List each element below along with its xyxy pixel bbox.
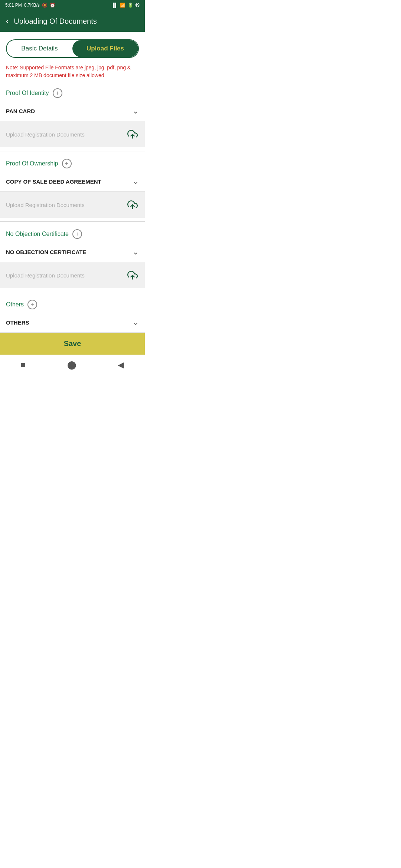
dropdown-others[interactable]: OTHERS ⌄ (0, 312, 145, 333)
section-label-noc: No Objection Certificate (6, 231, 69, 237)
nav-triangle-icon[interactable]: ◀ (118, 360, 124, 370)
page-title: Uploading Of Documents (14, 17, 97, 26)
dropdown-others-label: OTHERS (6, 319, 29, 326)
save-bar: Save (0, 333, 145, 355)
status-speed: 0.7KB/s (24, 3, 40, 8)
dropdown-sale-deed-label: COPY OF SALE DEED AGREEMENT (6, 178, 101, 185)
upload-icon-ownership[interactable] (126, 198, 139, 211)
upload-placeholder-identity: Upload Registration Documents (6, 131, 85, 138)
dropdown-sale-deed[interactable]: COPY OF SALE DEED AGREEMENT ⌄ (0, 171, 145, 192)
nav-circle-icon[interactable]: ⬤ (67, 360, 76, 370)
wifi-icon: 📶 (120, 3, 125, 8)
add-others-button[interactable]: + (27, 300, 37, 309)
divider-identity (0, 151, 145, 151)
add-identity-button[interactable]: + (53, 88, 62, 98)
upload-placeholder-noc: Upload Registration Documents (6, 272, 85, 279)
status-bar: 5:01 PM 0.7KB/s 🔕 ⏰ ▐▌ 📶 🔋 49 (0, 0, 145, 10)
save-button[interactable]: Save (64, 339, 81, 348)
add-noc-button[interactable]: + (72, 229, 82, 239)
section-proof-of-identity: Proof Of Identity + PAN CARD ⌄ Upload Re… (0, 85, 145, 151)
status-right: ▐▌ 📶 🔋 49 (111, 3, 140, 8)
section-header-others: Others + (0, 296, 145, 312)
dropdown-pan-label: PAN CARD (6, 108, 35, 114)
alarm-icon: ⏰ (50, 3, 55, 8)
section-label-others: Others (6, 301, 24, 308)
tab-switcher: Basic Details Upload Files (6, 39, 139, 58)
note-text: Note: Supported File Formats are jpeg, j… (0, 62, 145, 85)
nav-bar: ■ ⬤ ◀ (0, 355, 145, 375)
dropdown-noc[interactable]: NO OBJECTION CERTIFICATE ⌄ (0, 242, 145, 262)
section-label-ownership: Proof Of Ownership (6, 160, 58, 167)
divider-noc (0, 292, 145, 292)
section-header-noc: No Objection Certificate + (0, 226, 145, 242)
back-button[interactable]: ‹ (6, 16, 9, 26)
upload-icon-noc[interactable] (126, 269, 139, 282)
section-label-identity: Proof Of Identity (6, 90, 49, 96)
header: ‹ Uploading Of Documents (0, 10, 145, 32)
chevron-down-icon: ⌄ (132, 106, 139, 116)
upload-area-identity[interactable]: Upload Registration Documents (0, 121, 145, 147)
add-ownership-button[interactable]: + (62, 159, 72, 168)
section-proof-of-ownership: Proof Of Ownership + COPY OF SALE DEED A… (0, 155, 145, 222)
mute-icon: 🔕 (42, 3, 48, 8)
nav-square-icon[interactable]: ■ (21, 360, 26, 370)
status-time: 5:01 PM (5, 3, 22, 8)
chevron-down-icon-noc: ⌄ (132, 247, 139, 257)
divider-ownership (0, 221, 145, 222)
dropdown-pan-card[interactable]: PAN CARD ⌄ (0, 101, 145, 121)
section-header-ownership: Proof Of Ownership + (0, 155, 145, 171)
upload-icon-identity[interactable] (126, 128, 139, 141)
upload-area-noc[interactable]: Upload Registration Documents (0, 262, 145, 288)
status-left: 5:01 PM 0.7KB/s 🔕 ⏰ (5, 3, 55, 8)
upload-placeholder-ownership: Upload Registration Documents (6, 202, 85, 208)
tab-upload-files[interactable]: Upload Files (72, 40, 138, 57)
battery-icon: 🔋 49 (128, 3, 140, 8)
chevron-down-icon-ownership: ⌄ (132, 177, 139, 186)
chevron-down-icon-others: ⌄ (132, 318, 139, 327)
signal-icon: ▐▌ (111, 3, 118, 8)
section-header-identity: Proof Of Identity + (0, 85, 145, 101)
section-others: Others + OTHERS ⌄ (0, 296, 145, 333)
upload-area-ownership[interactable]: Upload Registration Documents (0, 192, 145, 218)
section-noc: No Objection Certificate + NO OBJECTION … (0, 226, 145, 292)
tab-basic-details[interactable]: Basic Details (7, 40, 72, 57)
dropdown-noc-label: NO OBJECTION CERTIFICATE (6, 249, 86, 255)
